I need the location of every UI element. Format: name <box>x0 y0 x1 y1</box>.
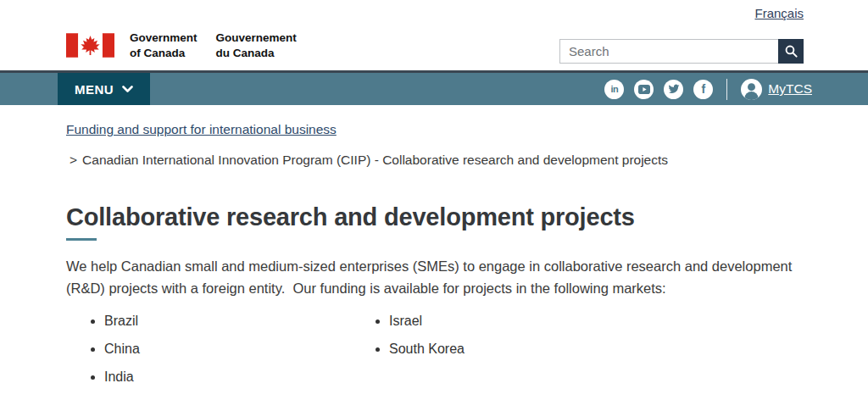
mytcs-account[interactable]: MyTCS <box>741 79 812 100</box>
government-of-canada-signature[interactable]: Government of Canada Gouvernement du Can… <box>66 31 297 60</box>
twitter-icon[interactable] <box>664 80 683 99</box>
list-item: China <box>104 341 351 357</box>
title-underline <box>66 238 97 241</box>
chevron-down-icon <box>122 86 133 93</box>
linkedin-glyph: in <box>610 84 618 94</box>
menubar-right-group: in f <box>604 73 812 105</box>
breadcrumb-current: >Canadian International Innovation Progr… <box>66 153 814 168</box>
list-item: Brazil <box>104 313 351 329</box>
wordmark-english: Government of Canada <box>130 31 198 60</box>
wordmark-french: Gouvernement du Canada <box>216 31 297 60</box>
facebook-glyph: f <box>701 82 705 96</box>
mytcs-link[interactable]: MyTCS <box>768 81 812 97</box>
list-item: India <box>104 369 351 385</box>
language-link-francais[interactable]: Français <box>754 6 804 20</box>
site-search <box>559 39 804 64</box>
wordmark-fr-line2: du Canada <box>216 46 297 61</box>
menu-button[interactable]: MENU <box>58 73 150 105</box>
markets-list-column1: Brazil China India <box>66 313 351 397</box>
wordmark-en-line2: of Canada <box>130 46 198 61</box>
user-account-icon <box>741 79 762 100</box>
facebook-icon[interactable]: f <box>693 80 713 99</box>
list-item: Israel <box>389 313 465 329</box>
government-wordmark: Government of Canada Gouvernement du Can… <box>130 31 297 60</box>
language-toggle-row: Français <box>754 6 804 21</box>
menu-button-label: MENU <box>75 82 114 97</box>
page: Français Government of Canada Gouverneme… <box>0 0 868 411</box>
wordmark-en-line1: Government <box>130 31 198 46</box>
breadcrumb: Funding and support for international bu… <box>66 122 814 168</box>
wordmark-fr-line1: Gouvernement <box>216 31 297 46</box>
intro-paragraph: We help Canadian small and medium-sized … <box>66 255 812 300</box>
markets-list-column2: Israel South Korea <box>351 313 465 397</box>
markets-lists: Brazil China India Israel South Korea <box>66 313 814 397</box>
search-button[interactable] <box>778 39 804 64</box>
breadcrumb-link-funding[interactable]: Funding and support for international bu… <box>66 122 337 137</box>
page-title: Collaborative research and development p… <box>66 203 814 231</box>
list-item: South Korea <box>389 341 465 357</box>
search-input[interactable] <box>559 39 778 64</box>
search-icon <box>784 44 798 58</box>
menubar-divider <box>726 79 727 100</box>
breadcrumb-separator: > <box>70 153 77 167</box>
canada-flag-icon <box>66 33 114 58</box>
breadcrumb-current-label: Canadian International Innovation Progra… <box>82 153 668 167</box>
twitter-glyph <box>668 83 680 95</box>
main-menu-bar: MENU in f <box>0 70 868 105</box>
main-content: Funding and support for international bu… <box>66 122 814 397</box>
youtube-icon[interactable] <box>634 80 654 99</box>
youtube-glyph <box>638 85 650 94</box>
linkedin-icon[interactable]: in <box>604 80 624 99</box>
